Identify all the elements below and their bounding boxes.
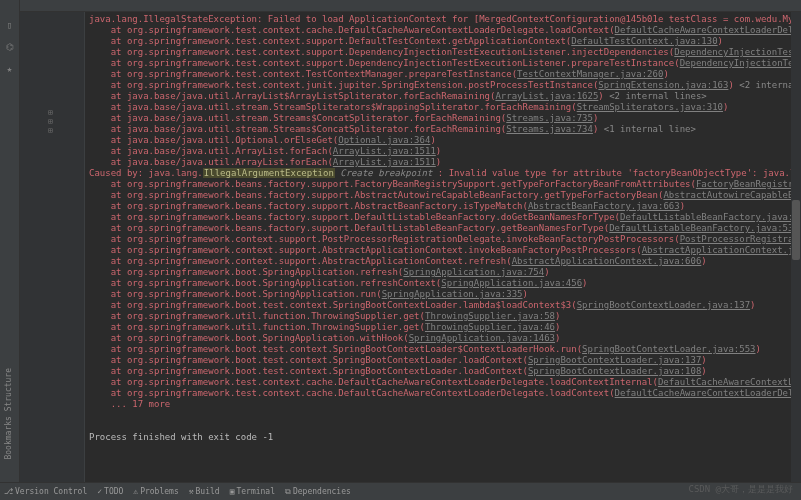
source-link[interactable]: SpringApplication.java:456 xyxy=(441,278,582,288)
scroll-thumb[interactable] xyxy=(792,200,800,260)
exception-highlight[interactable]: IllegalArgumentException xyxy=(203,168,335,178)
source-link[interactable]: SpringBootContextLoader.java:137 xyxy=(528,355,701,365)
fold-icon[interactable]: ⊞ xyxy=(48,117,56,125)
source-link[interactable]: ArrayList.java:1511 xyxy=(333,157,436,167)
source-link[interactable]: SpringBootContextLoader.java:553 xyxy=(582,344,755,354)
source-link[interactable]: Streams.java:735 xyxy=(506,113,593,123)
source-link[interactable]: ThrowingSupplier.java:58 xyxy=(425,311,555,321)
source-link[interactable]: SpringExtension.java:163 xyxy=(598,80,728,90)
vertical-scrollbar[interactable] xyxy=(791,12,801,482)
source-link[interactable]: DefaultCacheAwareContextLoaderDelegate.j… xyxy=(615,25,801,35)
source-link[interactable]: DefaultCacheAwareContextLoaderDelegate.j… xyxy=(615,388,801,398)
console-gutter: ⊞ ⊞ ⊞ xyxy=(20,12,85,482)
source-link[interactable]: DefaultTestContext.java:130 xyxy=(571,36,717,46)
source-link[interactable]: DefaultCacheAwareContextLoaderDelegate.j… xyxy=(658,377,801,387)
source-link[interactable]: SpringApplication.java:335 xyxy=(382,289,523,299)
structure-icon[interactable]: ⌬ xyxy=(6,42,14,52)
source-link[interactable]: PostProcessorRegistrationDelegate.java:1… xyxy=(680,234,801,244)
watermark-text: CSDN @大哥，是是是我好 xyxy=(688,483,793,496)
console-output[interactable]: java.lang.IllegalStateException: Failed … xyxy=(85,12,801,482)
branch-icon: ⎇ xyxy=(4,487,13,496)
source-link[interactable]: Optional.java:364 xyxy=(338,135,430,145)
bottom-tool-bar: ⎇Version Control ✓TODO ⚠Problems ⚒Build … xyxy=(0,482,801,500)
source-link[interactable]: TestContextManager.java:260 xyxy=(517,69,663,79)
bottom-item-todo[interactable]: ✓TODO xyxy=(97,487,123,496)
fold-icon[interactable]: ⊞ xyxy=(48,108,56,116)
source-link[interactable]: DefaultListableBeanFactory.java:575 xyxy=(620,212,801,222)
bottom-item-deps[interactable]: ⧉Dependencies xyxy=(285,487,351,497)
fold-icon[interactable]: ⊞ xyxy=(48,126,56,134)
bottom-item-terminal[interactable]: ▣Terminal xyxy=(230,487,275,496)
source-link[interactable]: SpringBootContextLoader.java:108 xyxy=(528,366,701,376)
source-link[interactable]: Streams.java:734 xyxy=(506,124,593,134)
console-tabs-bar xyxy=(20,0,801,12)
source-link[interactable]: AbstractAutowireCapableBeanFactory.java:… xyxy=(663,190,801,200)
source-link[interactable]: ArrayList.java:1511 xyxy=(333,146,436,156)
bottom-item-build[interactable]: ⚒Build xyxy=(189,487,220,496)
source-link[interactable]: AbstractApplicationContext.java:606 xyxy=(512,256,702,266)
left-tool-sidebar: ▯ ⌬ ★ Bookmarks Structure xyxy=(0,0,20,500)
source-link[interactable]: DependencyInjectionTestExecutionListener… xyxy=(680,58,801,68)
source-link[interactable]: SpringApplication.java:754 xyxy=(403,267,544,277)
exit-code-line: Process finished with exit code -1 xyxy=(89,432,273,442)
source-link[interactable]: StreamSpliterators.java:310 xyxy=(577,102,723,112)
source-link[interactable]: ThrowingSupplier.java:46 xyxy=(425,322,555,332)
source-link[interactable]: ArrayList.java:1625 xyxy=(495,91,598,101)
source-link[interactable]: DependencyInjectionTestExecutionListener… xyxy=(674,47,801,57)
project-icon[interactable]: ▯ xyxy=(7,20,12,30)
source-link[interactable]: FactoryBeanRegistrySupport.java:86 xyxy=(696,179,801,189)
bottom-item-problems[interactable]: ⚠Problems xyxy=(133,487,178,496)
bookmarks-icon[interactable]: ★ xyxy=(7,64,12,74)
sidebar-vertical-labels[interactable]: Bookmarks Structure xyxy=(4,368,13,460)
source-link[interactable]: SpringBootContextLoader.java:137 xyxy=(577,300,750,310)
bottom-item-vcs[interactable]: ⎇Version Control xyxy=(4,487,87,496)
source-link[interactable]: AbstractApplicationContext.java:788 xyxy=(642,245,801,255)
source-link[interactable]: DefaultListableBeanFactory.java:534 xyxy=(609,223,799,233)
source-link[interactable]: SpringApplication.java:1463 xyxy=(409,333,555,343)
source-link[interactable]: AbstractBeanFactory.java:663 xyxy=(528,201,680,211)
